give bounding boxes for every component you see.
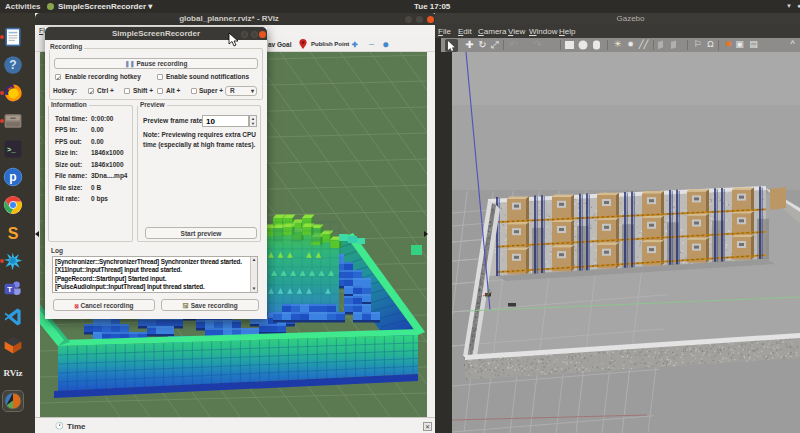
svg-text:T: T bbox=[7, 285, 12, 294]
svg-text:>_: >_ bbox=[7, 146, 16, 154]
svg-text:p: p bbox=[9, 170, 16, 184]
svg-text:?: ? bbox=[9, 58, 16, 72]
svg-text:S: S bbox=[8, 225, 19, 242]
